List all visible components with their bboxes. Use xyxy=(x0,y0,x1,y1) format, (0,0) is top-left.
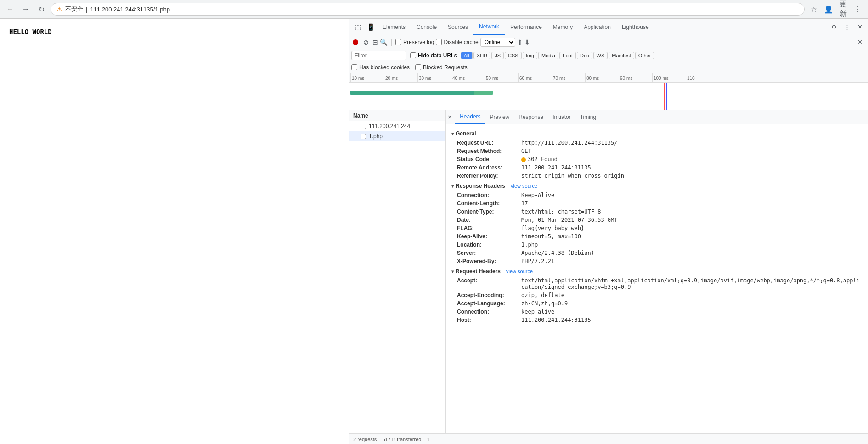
forward-button[interactable]: → xyxy=(19,3,32,16)
header-key: Status Code: xyxy=(457,156,521,163)
filter-css-button[interactable]: CSS xyxy=(505,52,522,59)
response-headers-triangle: ▾ xyxy=(451,184,454,189)
filter-button[interactable]: ⊟ xyxy=(372,39,378,46)
header-val: 302 Found xyxy=(521,156,558,163)
filter-all-button[interactable]: All xyxy=(461,52,473,59)
filter-img-button[interactable]: Img xyxy=(523,52,537,59)
detail-close-button[interactable]: × xyxy=(448,113,451,121)
header-row: Content-Type: text/html; charset=UTF-8 xyxy=(451,208,862,216)
tick-80ms: 80 ms xyxy=(585,73,599,83)
detail-tab-timing[interactable]: Timing xyxy=(575,110,601,124)
filter-js-button[interactable]: JS xyxy=(491,52,504,59)
tick-100ms: 100 ms xyxy=(652,73,669,83)
star-button[interactable]: ☆ xyxy=(807,3,820,16)
response-view-source-link[interactable]: view source xyxy=(511,183,537,189)
header-row: Server: Apache/2.4.38 (Debian) xyxy=(451,249,862,257)
hide-data-urls-checkbox[interactable] xyxy=(410,52,416,58)
preserve-log-checkbox[interactable] xyxy=(395,39,401,45)
detail-panel: × Headers Preview Response Initiator Tim… xyxy=(446,110,868,433)
general-section-header[interactable]: ▾ General xyxy=(451,128,862,139)
devtools-tabs-row: ⬚ 📱 Elements Console Sources Network Per… xyxy=(349,19,868,35)
toolbar-divider xyxy=(391,39,392,46)
disable-cache-label[interactable]: Disable cache xyxy=(436,39,478,45)
general-label: General xyxy=(456,130,476,137)
filter-ws-button[interactable]: WS xyxy=(593,52,608,59)
header-row: X-Powered-By: PHP/7.2.21 xyxy=(451,257,862,265)
timeline-blue-line xyxy=(666,83,667,110)
tick-10ms: 10 ms xyxy=(350,73,364,83)
timeline-red-line xyxy=(664,83,665,110)
import-har-button[interactable]: ⬆ xyxy=(517,39,523,46)
detail-tab-preview[interactable]: Preview xyxy=(485,110,514,124)
tick-30ms: 30 ms xyxy=(417,73,431,83)
tab-console[interactable]: Console xyxy=(411,19,442,35)
disable-cache-checkbox[interactable] xyxy=(436,39,442,45)
tab-sources[interactable]: Sources xyxy=(442,19,473,35)
detail-tab-initiator[interactable]: Initiator xyxy=(548,110,575,124)
tab-performance[interactable]: Performance xyxy=(505,19,547,35)
header-row: Accept-Encoding: gzip, deflate xyxy=(451,291,862,299)
hide-data-urls-label[interactable]: Hide data URLs xyxy=(410,52,457,59)
detail-tab-response[interactable]: Response xyxy=(514,110,548,124)
list-item[interactable]: 111.200.241.244 xyxy=(349,121,445,131)
network-close-button[interactable]: ✕ xyxy=(853,36,866,49)
filter-input[interactable] xyxy=(351,51,406,60)
response-headers-label: Response Headers xyxy=(456,183,505,189)
update-button[interactable]: 更新 xyxy=(837,3,850,16)
filter-manifest-button[interactable]: Manifest xyxy=(609,52,634,59)
address-bar[interactable]: ⚠ 不安全 | 111.200.241.244:31135/1.php xyxy=(51,3,805,16)
header-row: Connection: keep-alive xyxy=(451,308,862,316)
search-button[interactable]: 🔍 xyxy=(380,39,388,46)
devtools-more-button[interactable]: ⋮ xyxy=(840,21,853,34)
device-toolbar-button[interactable]: 📱 xyxy=(364,21,377,34)
headers-content: ▾ General Request URL: http://111.200.24… xyxy=(446,124,868,328)
clear-button[interactable]: ⊘ xyxy=(361,38,371,47)
main-content: HELLO WORLD xyxy=(0,19,349,444)
timeline-bar-green xyxy=(350,91,493,95)
header-key: Date: xyxy=(457,217,521,223)
tab-lighthouse[interactable]: Lighthouse xyxy=(616,19,654,35)
header-val: zh-CN,zh;q=0.9 xyxy=(521,300,568,307)
header-key: Host: xyxy=(457,317,521,323)
filter-other-button[interactable]: Other xyxy=(635,52,654,59)
response-headers-section-header[interactable]: ▾ Response Headers view source xyxy=(451,180,862,191)
devtools-close-button[interactable]: ✕ xyxy=(853,21,866,34)
has-blocked-cookies-label[interactable]: Has blocked cookies xyxy=(351,64,410,71)
item-checkbox-1[interactable] xyxy=(361,124,366,129)
export-har-button[interactable]: ⬇ xyxy=(524,39,530,46)
record-button[interactable] xyxy=(351,38,360,46)
browser-actions: ☆ 👤 更新 ⋮ xyxy=(807,3,864,16)
header-val: gzip, deflate xyxy=(521,292,564,298)
filter-font-button[interactable]: Font xyxy=(559,52,576,59)
detail-tab-headers[interactable]: Headers xyxy=(455,110,485,124)
blocked-row: Has blocked cookies Blocked Requests xyxy=(349,62,868,73)
preserve-log-label[interactable]: Preserve log xyxy=(395,39,434,45)
tab-network[interactable]: Network xyxy=(473,19,505,35)
status-dot xyxy=(521,157,526,162)
devtools-settings-button[interactable]: ⚙ xyxy=(828,21,840,34)
filter-doc-button[interactable]: Doc xyxy=(577,52,592,59)
filter-media-button[interactable]: Media xyxy=(538,52,558,59)
has-blocked-cookies-checkbox[interactable] xyxy=(351,64,357,70)
tick-40ms: 40 ms xyxy=(451,73,465,83)
header-row: Content-Length: 17 xyxy=(451,199,862,208)
blocked-requests-checkbox[interactable] xyxy=(415,64,421,70)
tab-application[interactable]: Application xyxy=(578,19,616,35)
header-val: Apache/2.4.38 (Debian) xyxy=(521,250,594,256)
list-item[interactable]: 1.php xyxy=(349,131,445,141)
tab-elements[interactable]: Elements xyxy=(377,19,411,35)
inspect-element-button[interactable]: ⬚ xyxy=(351,21,364,34)
profile-button[interactable]: 👤 xyxy=(822,3,835,16)
request-headers-section-header[interactable]: ▾ Request Headers view source xyxy=(451,265,862,276)
menu-button[interactable]: ⋮ xyxy=(851,3,864,16)
reload-button[interactable]: ↻ xyxy=(35,3,48,16)
throttle-selector[interactable]: Online Fast 3G Slow 3G Offline xyxy=(480,38,515,47)
tab-memory[interactable]: Memory xyxy=(547,19,578,35)
browser-chrome: ← → ↻ ⚠ 不安全 | 111.200.241.244:31135/1.ph… xyxy=(0,0,868,19)
request-headers-triangle: ▾ xyxy=(451,269,454,274)
item-checkbox-2[interactable] xyxy=(361,134,366,139)
filter-xhr-button[interactable]: XHR xyxy=(473,52,490,59)
request-view-source-link[interactable]: view source xyxy=(506,269,533,274)
blocked-requests-label[interactable]: Blocked Requests xyxy=(415,64,468,71)
back-button[interactable]: ← xyxy=(4,3,17,16)
